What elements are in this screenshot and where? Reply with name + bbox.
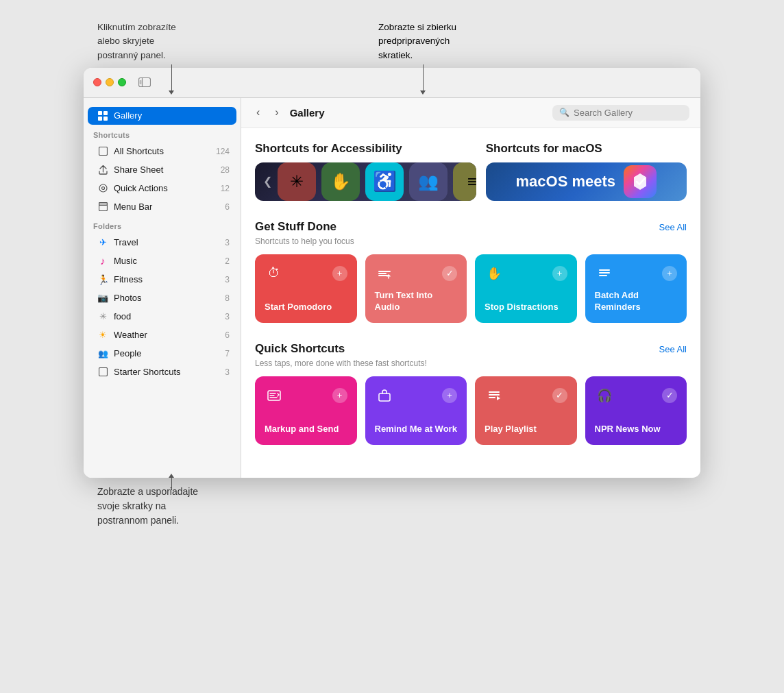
acc-icon-asterisk: ✳ — [278, 162, 316, 201]
acc-icon-hand: ✋ — [321, 162, 360, 201]
food-count: 3 — [225, 312, 230, 321]
svg-point-10 — [99, 184, 107, 192]
travel-label: Travel — [114, 237, 219, 247]
batch-reminders-add-btn[interactable]: + — [662, 266, 677, 281]
scroll-content: Shortcuts for Accessibility ❮ ✳ ✋ ♿ 👥 ≡ … — [241, 128, 700, 478]
card-stop-distractions[interactable]: ✋ + Stop Distractions — [475, 254, 577, 323]
sidebar-item-photos[interactable]: 📷 Photos 8 — [88, 289, 236, 307]
forward-button[interactable]: › — [271, 105, 282, 120]
people-icon: 👥 — [97, 348, 108, 359]
markup-send-add-btn[interactable]: + — [332, 388, 347, 403]
quick-actions-label: Quick Actions — [114, 183, 215, 193]
svg-rect-16 — [379, 393, 390, 401]
quick-shortcuts-section: Quick Shortcuts See All Less taps, more … — [255, 342, 687, 445]
fitness-icon: 🏃 — [97, 274, 108, 285]
pomodoro-icon: ⏱ — [265, 264, 284, 283]
starter-shortcuts-label: Starter Shortcuts — [114, 367, 219, 377]
search-icon: 🔍 — [559, 108, 569, 117]
sidebar-item-menu-bar[interactable]: Menu Bar 6 — [88, 198, 236, 216]
back-button[interactable]: ‹ — [252, 105, 264, 120]
remind-work-add-btn[interactable]: + — [442, 388, 457, 403]
acc-icon-people: 👥 — [409, 162, 448, 201]
quick-actions-icon — [97, 183, 108, 194]
play-playlist-icon — [485, 386, 504, 405]
play-playlist-label: Play Playlist — [485, 424, 567, 435]
traffic-lights — [93, 78, 126, 86]
all-shortcuts-icon — [97, 146, 108, 157]
sidebar-item-quick-actions[interactable]: Quick Actions 12 — [88, 180, 236, 197]
minimize-button[interactable] — [106, 78, 114, 86]
content-title: Gallery — [290, 107, 325, 119]
batch-reminders-icon — [595, 264, 614, 283]
acc-icon-accessibility: ♿ — [365, 162, 404, 201]
people-label: People — [114, 348, 219, 358]
get-stuff-done-section: Get Stuff Done See All Shortcuts to help… — [255, 220, 687, 323]
svg-rect-6 — [103, 111, 108, 115]
sidebar-item-travel[interactable]: ✈ Travel 3 — [88, 234, 236, 252]
stop-distractions-icon: ✋ — [485, 264, 504, 283]
travel-count: 3 — [225, 238, 230, 247]
fitness-count: 3 — [225, 275, 230, 284]
weather-icon: ☀ — [97, 330, 108, 341]
content-header: ‹ › Gallery 🔍 — [241, 98, 700, 128]
sidebar-item-music[interactable]: ♪ Music 2 — [88, 252, 236, 270]
sidebar-item-food[interactable]: ✳ food 3 — [88, 308, 236, 326]
pomodoro-add-btn[interactable]: + — [332, 266, 347, 281]
svg-rect-14 — [99, 368, 107, 376]
quick-actions-count: 12 — [221, 184, 230, 193]
card-remind-me-work[interactable]: + Remind Me at Work — [365, 376, 467, 445]
weather-count: 6 — [225, 330, 230, 340]
sidebar-item-weather[interactable]: ☀ Weather 6 — [88, 326, 236, 344]
get-stuff-done-grid: ⏱ + Start Pomodoro — [255, 254, 687, 323]
card-start-pomodoro[interactable]: ⏱ + Start Pomodoro — [255, 254, 357, 323]
card-batch-add-reminders[interactable]: + Batch Add Reminders — [585, 254, 687, 323]
sidebar-toggle-button[interactable] — [136, 75, 154, 90]
banners-section: Shortcuts for Accessibility ❮ ✳ ✋ ♿ 👥 ≡ … — [255, 142, 687, 201]
people-count: 7 — [225, 349, 230, 358]
sidebar-item-gallery[interactable]: Gallery — [88, 107, 236, 125]
markup-send-label: Markup and Send — [265, 424, 347, 435]
annotation-top-right: Zobrazte si zbierku predpripravených skr… — [378, 21, 700, 62]
search-input[interactable] — [574, 108, 683, 118]
share-sheet-icon — [97, 165, 108, 175]
sidebar-item-share-sheet[interactable]: Share Sheet 28 — [88, 161, 236, 179]
quick-shortcuts-see-all[interactable]: See All — [659, 344, 687, 354]
shortcuts-logo — [624, 165, 657, 198]
batch-reminders-label: Batch Add Reminders — [595, 290, 678, 313]
sidebar-item-starter-shortcuts[interactable]: Starter Shortcuts 3 — [88, 363, 236, 381]
gallery-label: Gallery — [114, 110, 230, 121]
play-playlist-check-btn[interactable]: ✓ — [552, 388, 567, 403]
share-sheet-label: Share Sheet — [114, 165, 215, 175]
sidebar-item-all-shortcuts[interactable]: All Shortcuts 124 — [88, 143, 236, 160]
photos-count: 8 — [225, 293, 230, 303]
gallery-icon — [97, 110, 108, 121]
acc-icon-lines: ≡ — [453, 162, 476, 201]
sidebar: Gallery Shortcuts All Shortcuts 124 — [84, 98, 241, 478]
npr-news-check-btn[interactable]: ✓ — [662, 388, 677, 403]
annotation-bottom-left: Zobrazte a usporiadajte svoje skratky na… — [97, 485, 198, 528]
svg-rect-13 — [99, 203, 107, 206]
maximize-button[interactable] — [118, 78, 126, 86]
annotation-bottom: Zobrazte a usporiadajte svoje skratky na… — [84, 485, 700, 528]
music-icon: ♪ — [97, 256, 108, 267]
food-label: food — [114, 311, 219, 321]
travel-icon: ✈ — [97, 237, 108, 248]
close-button[interactable] — [93, 78, 101, 86]
quick-shortcuts-grid: + Markup and Send — [255, 376, 687, 445]
card-play-playlist[interactable]: ✓ Play Playlist — [475, 376, 577, 445]
share-sheet-count: 28 — [221, 165, 230, 175]
folders-section-header: Folders — [84, 217, 241, 233]
pomodoro-label: Start Pomodoro — [265, 302, 347, 313]
card-npr-news-now[interactable]: 🎧 ✓ NPR News Now — [585, 376, 687, 445]
quick-shortcuts-subtitle: Less taps, more done with these fast sho… — [255, 358, 687, 368]
music-label: Music — [114, 256, 219, 266]
card-markup-and-send[interactable]: + Markup and Send — [255, 376, 357, 445]
card-turn-text-audio[interactable]: ✓ Turn Text Into Audio — [365, 254, 467, 323]
sidebar-item-fitness[interactable]: 🏃 Fitness 3 — [88, 271, 236, 289]
stop-distractions-add-btn[interactable]: + — [552, 266, 567, 281]
macos-banner[interactable]: macOS meets — [486, 162, 687, 201]
sidebar-item-people[interactable]: 👥 People 7 — [88, 345, 236, 363]
accessibility-banner[interactable]: ❮ ✳ ✋ ♿ 👥 ≡ ❯ — [255, 162, 476, 201]
text-audio-check-btn[interactable]: ✓ — [442, 266, 457, 281]
get-stuff-done-see-all[interactable]: See All — [659, 222, 687, 232]
